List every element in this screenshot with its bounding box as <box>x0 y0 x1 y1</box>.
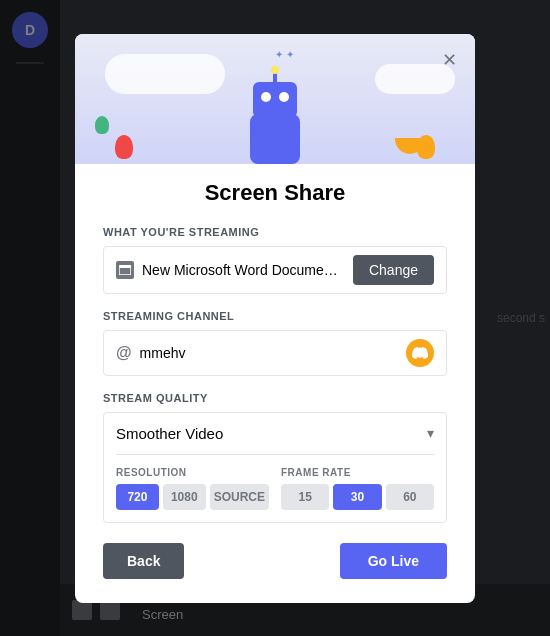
change-button[interactable]: Change <box>353 255 434 285</box>
framerate-30-button[interactable]: 30 <box>333 484 381 510</box>
character-3 <box>95 116 109 134</box>
source-row: New Microsoft Word Document ... Change <box>103 246 447 294</box>
quality-box: Smoother Video ▾ RESOLUTION 720 1080 SOU… <box>103 412 447 523</box>
back-button[interactable]: Back <box>103 543 184 579</box>
chevron-down-icon: ▾ <box>427 425 434 441</box>
svg-rect-1 <box>119 265 131 268</box>
modal-illustration: ✦ ✦ <box>75 34 475 164</box>
framerate-group: FRAME RATE 15 30 60 <box>281 467 434 510</box>
streaming-section-label: WHAT YOU'RE STREAMING <box>103 226 447 238</box>
robot-illustration <box>240 84 310 164</box>
channel-section-label: STREAMING CHANNEL <box>103 310 447 322</box>
robot-head <box>253 82 297 118</box>
go-live-button[interactable]: Go Live <box>340 543 447 579</box>
modal-footer: Back Go Live <box>75 523 475 579</box>
robot-eye-right <box>279 92 289 102</box>
modal-body: Screen Share WHAT YOU'RE STREAMING New M… <box>75 180 475 523</box>
resolution-label: RESOLUTION <box>116 467 269 478</box>
modal-dialog: ✦ ✦ ✕ Screen Share WHAT YOU'RE STREAMING… <box>75 34 475 603</box>
resolution-group: RESOLUTION 720 1080 SOURCE <box>116 467 269 510</box>
resolution-1080-button[interactable]: 1080 <box>163 484 206 510</box>
at-icon: @ <box>116 344 132 362</box>
resolution-source-button[interactable]: SOURCE <box>210 484 269 510</box>
framerate-60-button[interactable]: 60 <box>386 484 434 510</box>
quality-value: Smoother Video <box>116 425 223 442</box>
robot-eye-left <box>261 92 271 102</box>
cloud-shape <box>105 54 225 94</box>
character-1 <box>115 135 133 159</box>
channel-row: @ mmehv <box>103 330 447 376</box>
star-decoration: ✦ ✦ <box>275 49 294 60</box>
quality-dropdown[interactable]: Smoother Video ▾ <box>116 425 434 455</box>
framerate-15-button[interactable]: 15 <box>281 484 329 510</box>
window-icon <box>116 261 134 279</box>
discord-icon <box>406 339 434 367</box>
framerate-label: FRAME RATE <box>281 467 434 478</box>
source-name: New Microsoft Word Document ... <box>142 262 345 278</box>
close-button[interactable]: ✕ <box>435 46 463 74</box>
robot-antenna-tip <box>271 66 279 74</box>
channel-name: mmehv <box>140 345 398 361</box>
resolution-buttons: 720 1080 SOURCE <box>116 484 269 510</box>
modal-title: Screen Share <box>103 180 447 206</box>
modal-backdrop: ✦ ✦ ✕ Screen Share WHAT YOU'RE STREAMING… <box>0 0 550 636</box>
resolution-720-button[interactable]: 720 <box>116 484 159 510</box>
robot-body <box>250 114 300 164</box>
quality-section-label: STREAM QUALITY <box>103 392 447 404</box>
illustration-container: ✦ ✦ <box>75 34 475 164</box>
quality-options: RESOLUTION 720 1080 SOURCE FRAME RATE 15… <box>116 467 434 510</box>
close-icon: ✕ <box>442 49 457 71</box>
framerate-buttons: 15 30 60 <box>281 484 434 510</box>
